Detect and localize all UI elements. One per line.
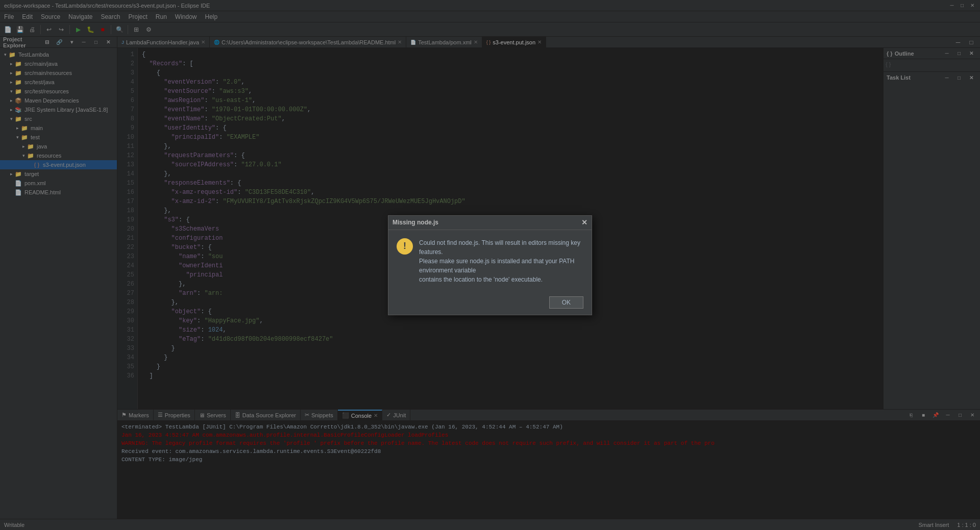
dialog-body: ! Could not find node.js. This will resu… xyxy=(388,230,592,292)
dialog-title: Missing node.js xyxy=(393,219,438,226)
dialog-message: Could not find node.js. This will result… xyxy=(419,238,583,284)
dialog-title-bar: Missing node.js ✕ xyxy=(388,216,592,230)
modal-overlay: Missing node.js ✕ ! Could not find node.… xyxy=(0,0,980,530)
dialog-footer: OK xyxy=(388,292,592,315)
missing-nodejs-dialog: Missing node.js ✕ ! Could not find node.… xyxy=(388,215,592,315)
warning-icon: ! xyxy=(397,238,413,255)
dialog-close-button[interactable]: ✕ xyxy=(581,218,587,226)
ok-button[interactable]: OK xyxy=(549,296,583,309)
